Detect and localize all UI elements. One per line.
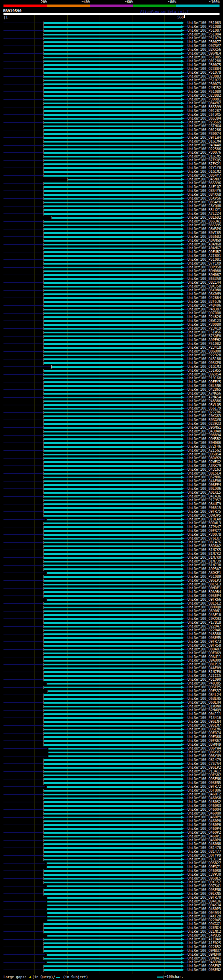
hit-label[interactable]: UniRef100_B6S3A0 xyxy=(188,277,221,280)
hit-label[interactable]: UniRef100_Q8GU00 xyxy=(188,350,221,353)
alignment-bar[interactable] xyxy=(44,183,181,184)
hit-label[interactable]: UniRef100_Q460P0 xyxy=(188,838,221,842)
alignment-bar[interactable] xyxy=(44,950,181,952)
hit-label[interactable]: UniRef100_Q2WFX2 xyxy=(188,460,221,464)
alignment-bar[interactable] xyxy=(44,473,181,474)
hit-label[interactable]: UniRef100_Q9SBS4 xyxy=(188,453,221,456)
hit-label[interactable]: UniRef100_Q2ENC4 xyxy=(188,926,221,929)
alignment-bar[interactable] xyxy=(44,309,181,310)
alignment-bar[interactable] xyxy=(44,874,181,876)
alignment-bar[interactable] xyxy=(44,228,181,230)
hit-label[interactable]: UniRef100_Q460P6 xyxy=(188,823,221,827)
hit-label[interactable]: UniRef100_Q84UT9 xyxy=(188,502,221,506)
hit-label[interactable]: UniRef100_P13416 xyxy=(188,716,221,720)
hit-label[interactable]: UniRef100_O23884 xyxy=(188,67,221,71)
alignment-bar[interactable] xyxy=(44,641,181,643)
alignment-bar[interactable] xyxy=(44,64,181,66)
hit-label[interactable]: UniRef100_Q9MB40 xyxy=(188,953,221,956)
hit-label[interactable]: UniRef100_Q8L6D2 xyxy=(188,216,221,220)
hit-label[interactable]: UniRef100_Q5XVS6 xyxy=(188,197,221,200)
hit-label[interactable]: UniRef100_Q9FR69 xyxy=(188,651,221,655)
alignment-bar[interactable] xyxy=(44,107,181,108)
hit-label[interactable]: UniRef100_Q8W123 xyxy=(188,319,221,323)
alignment-bar[interactable] xyxy=(44,458,181,459)
alignment-bar[interactable] xyxy=(44,171,181,173)
hit-label[interactable]: UniRef100_O23882 xyxy=(188,94,221,97)
hit-label[interactable]: UniRef100_Q0MRE1 xyxy=(188,587,221,590)
alignment-bar[interactable] xyxy=(47,866,181,868)
alignment-bar[interactable] xyxy=(44,293,181,295)
alignment-bar[interactable] xyxy=(44,278,181,280)
alignment-bar[interactable] xyxy=(44,126,181,127)
hit-label[interactable]: UniRef100_Q5FBU6 xyxy=(188,789,221,792)
hit-label[interactable]: UniRef100_B3F5J6 xyxy=(188,300,221,304)
alignment-bar[interactable] xyxy=(44,549,181,551)
hit-label[interactable]: UniRef100_Q7Y1X9 xyxy=(188,262,221,265)
alignment-bar[interactable] xyxy=(44,660,181,662)
hit-label[interactable]: UniRef100_Q93XP8 xyxy=(188,361,221,365)
hit-label[interactable]: UniRef100_Q6BEH5 xyxy=(188,697,221,700)
hit-label[interactable]: UniRef100_P30077 xyxy=(188,40,221,44)
alignment-bar[interactable] xyxy=(44,355,181,356)
hit-label[interactable]: UniRef100_Q460T2 xyxy=(188,792,221,796)
hit-label[interactable]: UniRef100_Q94KJ6 xyxy=(188,900,221,903)
alignment-bar[interactable] xyxy=(44,568,181,570)
alignment-bar[interactable] xyxy=(44,732,181,734)
hit-label[interactable]: UniRef100_B5LXY1 xyxy=(188,208,221,212)
alignment-bar[interactable] xyxy=(44,141,181,143)
hit-label[interactable]: UniRef100_C5IWS6 xyxy=(188,331,221,334)
alignment-bar[interactable] xyxy=(44,706,181,708)
hit-label[interactable]: UniRef100_A9PFH2 xyxy=(188,338,221,342)
alignment-bar[interactable] xyxy=(48,748,181,749)
alignment-bar[interactable] xyxy=(44,801,181,803)
alignment-bar[interactable] xyxy=(44,595,181,597)
hit-label[interactable]: UniRef100_A2IBD1 xyxy=(188,254,221,258)
hit-label[interactable]: UniRef100_B0FYP9 xyxy=(188,854,221,857)
alignment-bar[interactable] xyxy=(44,381,181,383)
alignment-bar[interactable] xyxy=(44,317,181,318)
alignment-bar[interactable] xyxy=(44,129,181,131)
alignment-bar[interactable] xyxy=(44,159,181,161)
hit-label[interactable]: UniRef100_P13417 xyxy=(188,770,221,773)
hit-label[interactable]: UniRef100_Q9SEP3 xyxy=(188,579,221,582)
hit-label[interactable]: UniRef100_Q4AE09 xyxy=(188,667,221,670)
alignment-bar[interactable] xyxy=(44,576,181,578)
alignment-bar[interactable] xyxy=(44,507,181,509)
alignment-bar[interactable] xyxy=(44,343,181,345)
alignment-bar[interactable] xyxy=(44,374,181,375)
alignment-bar[interactable] xyxy=(44,958,181,959)
alignment-bar[interactable] xyxy=(44,145,181,146)
alignment-bar[interactable] xyxy=(44,362,181,364)
alignment-bar[interactable] xyxy=(44,584,181,585)
alignment-bar[interactable] xyxy=(44,202,181,204)
hit-label[interactable]: UniRef100_P51081 xyxy=(188,258,221,261)
alignment-bar[interactable] xyxy=(47,897,181,899)
alignment-bar[interactable] xyxy=(44,401,181,402)
alignment-bar[interactable] xyxy=(44,759,181,761)
alignment-bar[interactable] xyxy=(44,767,181,768)
alignment-bar[interactable] xyxy=(44,336,181,337)
hit-label[interactable]: UniRef100_A1E025 xyxy=(188,942,221,945)
hit-label[interactable]: UniRef100_A2I5G2 xyxy=(188,449,221,452)
hit-label[interactable]: UniRef100_Q01286 xyxy=(188,128,221,132)
hit-label[interactable]: UniRef100_Q9SEP2 xyxy=(188,766,221,769)
alignment-bar[interactable] xyxy=(47,905,181,906)
alignment-bar[interactable] xyxy=(44,698,181,700)
alignment-bar[interactable] xyxy=(44,878,181,880)
hit-label[interactable]: UniRef100_C0KXH3 xyxy=(188,617,221,620)
hit-label[interactable]: UniRef100_Q84XA8 xyxy=(188,193,221,196)
alignment-bar[interactable] xyxy=(44,282,181,284)
hit-label[interactable]: UniRef100_P51078 xyxy=(188,71,221,75)
hit-label[interactable]: UniRef100_Q460R3 xyxy=(188,804,221,808)
hit-label[interactable]: UniRef100_Q1W9N0 xyxy=(188,705,221,708)
alignment-bar[interactable] xyxy=(44,480,181,482)
alignment-bar[interactable] xyxy=(44,30,181,32)
alignment-bar[interactable] xyxy=(44,431,181,433)
hit-label[interactable]: UniRef100_A8QKF1 xyxy=(188,571,221,575)
alignment-bar[interactable] xyxy=(44,561,181,563)
hit-label[interactable]: UniRef100_P23418 xyxy=(188,346,221,349)
hit-label[interactable]: UniRef100_Q9SEN8 xyxy=(188,888,221,892)
hit-label[interactable]: UniRef100_P51088 xyxy=(188,25,221,29)
hit-label[interactable]: UniRef100_C5IWS5 xyxy=(188,369,221,372)
hit-label[interactable]: UniRef100_Q9SEM6 xyxy=(188,728,221,731)
